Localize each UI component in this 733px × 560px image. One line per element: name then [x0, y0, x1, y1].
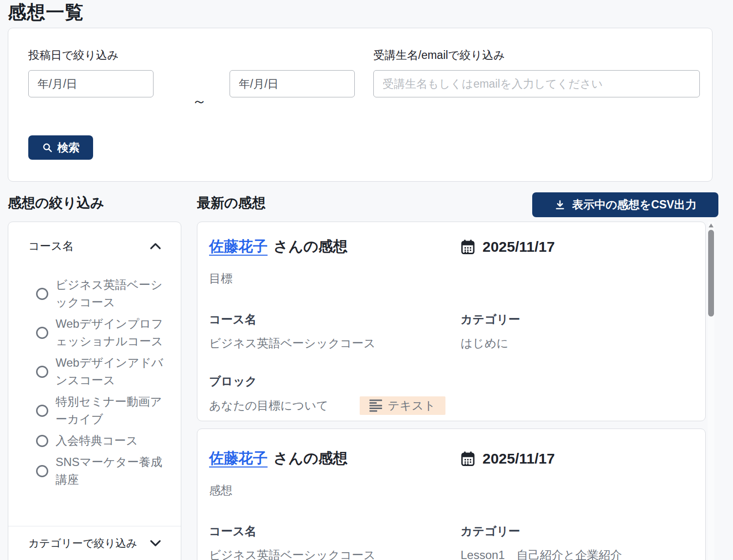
- course-option[interactable]: ビジネス英語ベーシックコース: [36, 276, 166, 311]
- category-section-title: カテゴリーで絞り込み: [28, 536, 137, 551]
- scrollbar-thumb[interactable]: [708, 230, 714, 317]
- course-option[interactable]: 特別セミナー動画アーカイブ: [36, 393, 166, 428]
- course-option-label: Webデザインアドバンスコース: [56, 354, 165, 389]
- download-icon: [554, 199, 566, 211]
- radio-circle[interactable]: [36, 288, 48, 300]
- category-field-label: カテゴリー: [461, 523, 694, 539]
- date-filter-label: 投稿日で絞り込み: [28, 48, 119, 62]
- feedback-card: 佐藤花子さんの感想 2025/11/17 感想: [197, 429, 706, 560]
- search-button-label: 検索: [58, 140, 80, 155]
- post-date-value: 2025/11/17: [482, 450, 555, 467]
- category-field-label: カテゴリー: [461, 312, 694, 327]
- search-icon: [42, 142, 53, 153]
- filter-panel: 投稿日で絞り込み ～ 受講生名/emailで絞り込み 検索: [8, 28, 713, 182]
- post-date: 2025/11/17: [461, 450, 694, 467]
- card-header: 佐藤花子さんの感想 2025/11/17: [209, 448, 694, 468]
- course-option-label: ビジネス英語ベーシックコース: [56, 276, 165, 311]
- course-option[interactable]: 入会特典コース: [36, 432, 166, 449]
- date-to-input[interactable]: [230, 70, 355, 97]
- block-field-value: あなたの目標について: [209, 398, 328, 413]
- course-option-label: SNSマーケター養成講座: [56, 453, 165, 488]
- course-field-label: コース名: [209, 312, 461, 327]
- block-badge-label: テキスト: [388, 398, 436, 413]
- feedback-type: 目標: [209, 271, 694, 286]
- radio-circle[interactable]: [36, 366, 48, 378]
- date-from-input[interactable]: [28, 70, 154, 97]
- radio-circle[interactable]: [36, 327, 48, 339]
- search-button[interactable]: 検索: [28, 135, 93, 160]
- radio-circle[interactable]: [36, 435, 48, 447]
- filter-sidebar: コース名 ビジネス英語ベーシックコース Webデザインプロフェッショナルコース: [8, 222, 181, 560]
- page-title: 感想一覧: [8, 0, 84, 24]
- card-header: 佐藤花子さんの感想 2025/11/17: [209, 237, 694, 257]
- course-field-value: ビジネス英語ベーシックコース: [209, 336, 461, 351]
- csv-export-button[interactable]: 表示中の感想をCSV出力: [532, 192, 718, 217]
- course-option[interactable]: SNSマーケター養成講座: [36, 453, 166, 488]
- course-option[interactable]: Webデザインプロフェッショナルコース: [36, 315, 166, 350]
- csv-export-label: 表示中の感想をCSV出力: [572, 197, 696, 212]
- course-option-label: 入会特典コース: [56, 432, 165, 449]
- radio-circle[interactable]: [36, 405, 48, 417]
- course-section-header[interactable]: コース名: [28, 239, 161, 254]
- post-date-value: 2025/11/17: [482, 239, 555, 255]
- course-option-label: 特別セミナー動画アーカイブ: [56, 393, 165, 428]
- student-name-link[interactable]: 佐藤花子: [209, 238, 268, 254]
- card-title: 佐藤花子さんの感想: [209, 448, 461, 468]
- category-field: カテゴリー はじめに: [461, 312, 694, 351]
- student-filter-label: 受講生名/emailで絞り込み: [373, 48, 505, 62]
- category-field: カテゴリー Lesson1 自己紹介と企業紹介: [461, 523, 694, 560]
- course-field: コース名 ビジネス英語ベーシックコース: [209, 312, 461, 351]
- card-fields: コース名 ビジネス英語ベーシックコース カテゴリー Lesson1 自己紹介と企…: [209, 523, 694, 560]
- text-lines-icon: [369, 399, 383, 412]
- chevron-up-icon: [150, 243, 161, 249]
- course-option-label: Webデザインプロフェッショナルコース: [56, 315, 165, 350]
- sidebar-title: 感想の絞り込み: [8, 194, 104, 212]
- feed-title: 最新の感想: [197, 194, 266, 212]
- block-field-label: ブロック: [209, 373, 694, 389]
- feedback-card: 佐藤花子さんの感想 2025/11/17 目標: [197, 222, 706, 421]
- course-radio-list: ビジネス英語ベーシックコース Webデザインプロフェッショナルコース Webデザ…: [36, 276, 166, 488]
- radio-circle[interactable]: [36, 465, 48, 477]
- block-type-badge: テキスト: [360, 396, 445, 415]
- feed-scrollbar[interactable]: [708, 222, 714, 560]
- author-suffix: さんの感想: [273, 238, 347, 254]
- course-option[interactable]: Webデザインアドバンスコース: [36, 354, 166, 389]
- chevron-down-icon: [150, 540, 161, 546]
- block-field: ブロック あなたの目標について テキスト: [209, 373, 694, 415]
- course-section-title: コース名: [28, 239, 74, 254]
- course-field: コース名 ビジネス英語ベーシックコース: [209, 523, 461, 560]
- post-date: 2025/11/17: [461, 239, 694, 255]
- card-title: 佐藤花子さんの感想: [209, 237, 461, 257]
- category-section-header[interactable]: カテゴリーで絞り込み: [8, 526, 181, 560]
- student-name-email-input[interactable]: [373, 70, 700, 97]
- category-field-value: Lesson1 自己紹介と企業紹介: [461, 547, 694, 560]
- feedback-list-page: 感想一覧 投稿日で絞り込み ～ 受講生名/emailで絞り込み 検索 感想の絞り…: [0, 0, 733, 560]
- category-field-value: はじめに: [461, 336, 694, 351]
- date-range-separator: ～: [180, 92, 219, 112]
- scrollbar-up-arrow[interactable]: [709, 224, 714, 227]
- calendar-icon: [461, 239, 475, 255]
- course-filter-section: コース名 ビジネス英語ベーシックコース Webデザインプロフェッショナルコース: [8, 239, 181, 526]
- course-field-value: ビジネス英語ベーシックコース: [209, 547, 461, 560]
- author-suffix: さんの感想: [273, 450, 347, 466]
- feedback-type: 感想: [209, 483, 694, 498]
- student-name-link[interactable]: 佐藤花子: [209, 450, 268, 466]
- card-fields: コース名 ビジネス英語ベーシックコース カテゴリー はじめに: [209, 312, 694, 351]
- calendar-icon: [461, 451, 475, 467]
- course-field-label: コース名: [209, 523, 461, 539]
